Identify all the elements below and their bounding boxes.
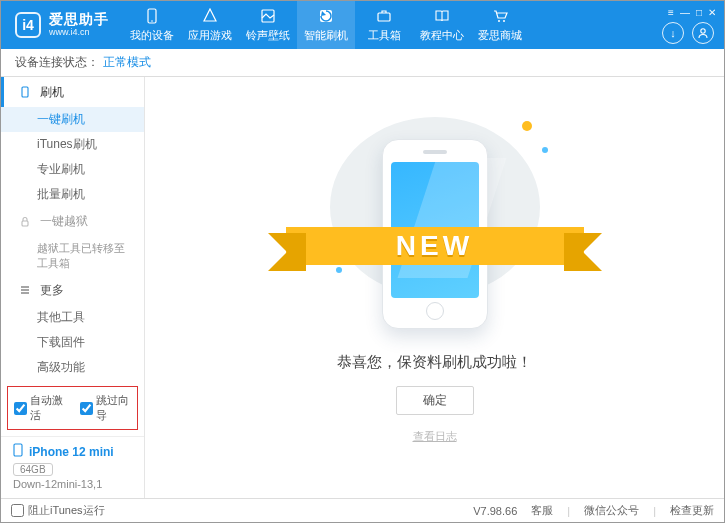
svg-point-7	[701, 29, 705, 33]
check-update-link[interactable]: 检查更新	[670, 503, 714, 518]
ribbon: NEW	[286, 215, 584, 271]
phone-icon	[18, 85, 32, 99]
checkbox-label: 自动激活	[30, 393, 66, 423]
sidebar-head-flash[interactable]: 刷机	[1, 77, 144, 107]
flash-options-box: 自动激活 跳过向导	[7, 386, 138, 430]
sidebar-head-label: 一键越狱	[40, 213, 88, 230]
nav-apps[interactable]: 应用游戏	[181, 1, 239, 49]
status-mode: 正常模式	[103, 54, 151, 71]
svg-rect-10	[14, 444, 22, 456]
app-url: www.i4.cn	[49, 28, 109, 38]
svg-rect-8	[22, 87, 28, 97]
svg-rect-3	[320, 10, 332, 22]
sidebar-item-batch-flash[interactable]: 批量刷机	[1, 182, 144, 207]
ribbon-text: NEW	[286, 227, 584, 265]
window-controls: ≡ — □ ✕	[668, 7, 716, 18]
app-logo: i4 爱思助手 www.i4.cn	[1, 12, 123, 38]
checkbox-label: 跳过向导	[96, 393, 132, 423]
status-label: 设备连接状态：	[15, 54, 99, 71]
svg-rect-4	[378, 13, 390, 21]
sidebar-head-label: 刷机	[40, 84, 64, 101]
device-model: Down-12mini-13,1	[13, 478, 134, 490]
success-illustration: NEW	[330, 117, 540, 297]
sidebar-item-advanced[interactable]: 高级功能	[1, 355, 144, 380]
sidebar-head-label: 更多	[40, 282, 64, 299]
nav-label: 工具箱	[368, 28, 401, 43]
checkbox-skip-guide[interactable]: 跳过向导	[80, 393, 132, 423]
nav-store[interactable]: 爱思商城	[471, 1, 529, 49]
flash-icon	[317, 7, 335, 25]
sidebar-item-itunes-flash[interactable]: iTunes刷机	[1, 132, 144, 157]
lock-icon	[18, 215, 32, 229]
main-nav: 我的设备 应用游戏 铃声壁纸 智能刷机 工具箱 教程中心	[123, 1, 529, 49]
success-message: 恭喜您，保资料刷机成功啦！	[337, 353, 532, 372]
sidebar-item-other-tools[interactable]: 其他工具	[1, 305, 144, 330]
nav-label: 爱思商城	[478, 28, 522, 43]
menu-icon[interactable]: ≡	[668, 7, 674, 18]
view-log-link[interactable]: 查看日志	[413, 429, 457, 444]
cart-icon	[491, 7, 509, 25]
svg-point-1	[151, 20, 153, 22]
book-icon	[433, 7, 451, 25]
nav-label: 我的设备	[130, 28, 174, 43]
maximize-icon[interactable]: □	[696, 7, 702, 18]
device-capacity: 64GB	[13, 463, 53, 476]
main-content: NEW 恭喜您，保资料刷机成功啦！ 确定 查看日志	[145, 77, 724, 498]
header-actions: ↓	[662, 22, 714, 44]
checkbox-input[interactable]	[80, 402, 93, 415]
footer: 阻止iTunes运行 V7.98.66 客服 | 微信公众号 | 检查更新	[1, 498, 724, 522]
wallpaper-icon	[259, 7, 277, 25]
sidebar: 刷机 一键刷机 iTunes刷机 专业刷机 批量刷机 一键越狱 越狱工具已转移至…	[1, 77, 145, 498]
svg-rect-9	[22, 221, 28, 226]
wechat-link[interactable]: 微信公众号	[584, 503, 639, 518]
jailbreak-note: 越狱工具已转移至工具箱	[1, 237, 144, 275]
close-icon[interactable]: ✕	[708, 7, 716, 18]
sidebar-item-oneclick-flash[interactable]: 一键刷机	[1, 107, 144, 132]
device-name-row[interactable]: iPhone 12 mini	[13, 443, 134, 460]
minimize-icon[interactable]: —	[680, 7, 690, 18]
device-name: iPhone 12 mini	[29, 445, 114, 459]
nav-label: 教程中心	[420, 28, 464, 43]
connection-status-bar: 设备连接状态： 正常模式	[1, 49, 724, 77]
app-name: 爱思助手	[49, 12, 109, 27]
ok-button[interactable]: 确定	[396, 386, 474, 415]
download-button[interactable]: ↓	[662, 22, 684, 44]
sidebar-item-download-firmware[interactable]: 下载固件	[1, 330, 144, 355]
nav-toolbox[interactable]: 工具箱	[355, 1, 413, 49]
sidebar-head-jailbreak[interactable]: 一键越狱	[1, 207, 144, 237]
app-header: i4 爱思助手 www.i4.cn 我的设备 应用游戏 铃声壁纸 智能刷机	[1, 1, 724, 49]
logo-icon: i4	[15, 12, 41, 38]
sidebar-item-pro-flash[interactable]: 专业刷机	[1, 157, 144, 182]
phone-icon	[143, 7, 161, 25]
spark-icon	[522, 121, 532, 131]
nav-ringtones[interactable]: 铃声壁纸	[239, 1, 297, 49]
checkbox-auto-activate[interactable]: 自动激活	[14, 393, 66, 423]
svg-point-6	[503, 20, 505, 22]
spark-icon	[542, 147, 548, 153]
checkbox-label: 阻止iTunes运行	[28, 503, 105, 518]
version-label: V7.98.66	[473, 505, 517, 517]
list-icon	[18, 283, 32, 297]
checkbox-input[interactable]	[14, 402, 27, 415]
checkbox-block-itunes[interactable]: 阻止iTunes运行	[11, 503, 105, 518]
separator: |	[567, 505, 570, 517]
separator: |	[653, 505, 656, 517]
device-panel: iPhone 12 mini 64GB Down-12mini-13,1	[1, 436, 144, 498]
checkbox-input[interactable]	[11, 504, 24, 517]
toolbox-icon	[375, 7, 393, 25]
apps-icon	[201, 7, 219, 25]
account-button[interactable]	[692, 22, 714, 44]
nav-tutorials[interactable]: 教程中心	[413, 1, 471, 49]
support-link[interactable]: 客服	[531, 503, 553, 518]
nav-my-device[interactable]: 我的设备	[123, 1, 181, 49]
phone-icon	[13, 443, 23, 460]
nav-label: 铃声壁纸	[246, 28, 290, 43]
nav-smart-flash[interactable]: 智能刷机	[297, 1, 355, 49]
nav-label: 智能刷机	[304, 28, 348, 43]
sidebar-head-more[interactable]: 更多	[1, 275, 144, 305]
svg-point-5	[498, 20, 500, 22]
nav-label: 应用游戏	[188, 28, 232, 43]
